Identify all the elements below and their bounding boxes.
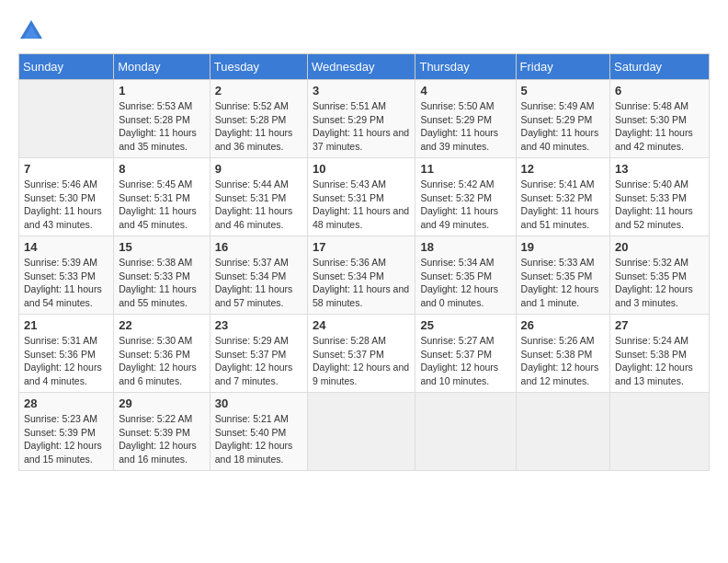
week-row-2: 7 Sunrise: 5:46 AMSunset: 5:30 PMDayligh… <box>19 158 710 236</box>
header-tuesday: Tuesday <box>210 54 307 80</box>
day-number: 20 <box>615 240 704 254</box>
day-number: 17 <box>313 240 410 254</box>
calendar-cell: 28 Sunrise: 5:23 AMSunset: 5:39 PMDaylig… <box>19 393 114 471</box>
day-number: 11 <box>420 162 510 176</box>
day-info: Sunrise: 5:43 AMSunset: 5:31 PMDaylight:… <box>313 178 410 232</box>
calendar-cell: 21 Sunrise: 5:31 AMSunset: 5:36 PMDaylig… <box>19 315 114 393</box>
day-number: 18 <box>420 240 510 254</box>
header-wednesday: Wednesday <box>308 54 415 80</box>
day-number: 19 <box>521 240 606 254</box>
day-info: Sunrise: 5:23 AMSunset: 5:39 PMDaylight:… <box>24 412 108 466</box>
day-info: Sunrise: 5:46 AMSunset: 5:30 PMDaylight:… <box>24 178 108 232</box>
header-friday: Friday <box>516 54 610 80</box>
day-info: Sunrise: 5:29 AMSunset: 5:37 PMDaylight:… <box>215 334 302 388</box>
calendar-cell: 13 Sunrise: 5:40 AMSunset: 5:33 PMDaylig… <box>610 158 710 236</box>
calendar-cell: 17 Sunrise: 5:36 AMSunset: 5:34 PMDaylig… <box>308 236 415 315</box>
day-number: 1 <box>119 84 204 98</box>
calendar-cell: 25 Sunrise: 5:27 AMSunset: 5:37 PMDaylig… <box>415 315 516 393</box>
day-info: Sunrise: 5:36 AMSunset: 5:34 PMDaylight:… <box>313 256 410 310</box>
day-info: Sunrise: 5:26 AMSunset: 5:38 PMDaylight:… <box>521 334 606 388</box>
day-number: 15 <box>119 240 204 254</box>
calendar-cell: 1 Sunrise: 5:53 AMSunset: 5:28 PMDayligh… <box>114 80 210 158</box>
calendar-cell <box>308 393 415 471</box>
day-info: Sunrise: 5:27 AMSunset: 5:37 PMDaylight:… <box>420 334 510 388</box>
day-number: 26 <box>521 318 606 332</box>
day-info: Sunrise: 5:39 AMSunset: 5:33 PMDaylight:… <box>24 256 108 310</box>
day-info: Sunrise: 5:42 AMSunset: 5:32 PMDaylight:… <box>420 178 510 232</box>
calendar-cell: 8 Sunrise: 5:45 AMSunset: 5:31 PMDayligh… <box>114 158 210 236</box>
day-info: Sunrise: 5:22 AMSunset: 5:39 PMDaylight:… <box>119 412 204 466</box>
calendar-cell: 5 Sunrise: 5:49 AMSunset: 5:29 PMDayligh… <box>516 80 610 158</box>
day-number: 12 <box>521 162 606 176</box>
day-number: 23 <box>215 318 302 332</box>
day-number: 24 <box>313 318 410 332</box>
header-saturday: Saturday <box>610 54 710 80</box>
day-number: 7 <box>24 162 108 176</box>
calendar-cell: 14 Sunrise: 5:39 AMSunset: 5:33 PMDaylig… <box>19 236 114 315</box>
day-info: Sunrise: 5:30 AMSunset: 5:36 PMDaylight:… <box>119 334 204 388</box>
header-thursday: Thursday <box>415 54 516 80</box>
day-info: Sunrise: 5:41 AMSunset: 5:32 PMDaylight:… <box>521 178 606 232</box>
header-sunday: Sunday <box>19 54 114 80</box>
week-row-3: 14 Sunrise: 5:39 AMSunset: 5:33 PMDaylig… <box>19 236 710 315</box>
calendar-cell: 29 Sunrise: 5:22 AMSunset: 5:39 PMDaylig… <box>114 393 210 471</box>
logo <box>18 18 48 44</box>
day-info: Sunrise: 5:24 AMSunset: 5:38 PMDaylight:… <box>615 334 704 388</box>
calendar-cell: 7 Sunrise: 5:46 AMSunset: 5:30 PMDayligh… <box>19 158 114 236</box>
day-number: 27 <box>615 318 704 332</box>
day-number: 5 <box>521 84 606 98</box>
day-info: Sunrise: 5:49 AMSunset: 5:29 PMDaylight:… <box>521 99 606 154</box>
day-number: 8 <box>119 162 204 176</box>
day-number: 25 <box>420 318 510 332</box>
calendar-cell <box>516 393 610 471</box>
day-info: Sunrise: 5:52 AMSunset: 5:28 PMDaylight:… <box>215 99 302 154</box>
day-number: 29 <box>119 396 204 410</box>
week-row-5: 28 Sunrise: 5:23 AMSunset: 5:39 PMDaylig… <box>19 393 710 471</box>
calendar-cell: 22 Sunrise: 5:30 AMSunset: 5:36 PMDaylig… <box>114 315 210 393</box>
day-number: 3 <box>313 84 410 98</box>
logo-icon <box>18 18 44 44</box>
day-number: 10 <box>313 162 410 176</box>
day-info: Sunrise: 5:33 AMSunset: 5:35 PMDaylight:… <box>521 256 606 310</box>
day-info: Sunrise: 5:38 AMSunset: 5:33 PMDaylight:… <box>119 256 204 310</box>
calendar-cell <box>415 393 516 471</box>
calendar-table: SundayMondayTuesdayWednesdayThursdayFrid… <box>18 53 710 471</box>
day-info: Sunrise: 5:32 AMSunset: 5:35 PMDaylight:… <box>615 256 704 310</box>
calendar-cell: 24 Sunrise: 5:28 AMSunset: 5:37 PMDaylig… <box>308 315 415 393</box>
calendar-cell: 6 Sunrise: 5:48 AMSunset: 5:30 PMDayligh… <box>610 80 710 158</box>
day-number: 28 <box>24 396 108 410</box>
day-info: Sunrise: 5:48 AMSunset: 5:30 PMDaylight:… <box>615 99 704 154</box>
day-info: Sunrise: 5:31 AMSunset: 5:36 PMDaylight:… <box>24 334 108 388</box>
day-number: 4 <box>420 84 510 98</box>
calendar-cell: 16 Sunrise: 5:37 AMSunset: 5:34 PMDaylig… <box>210 236 307 315</box>
day-info: Sunrise: 5:50 AMSunset: 5:29 PMDaylight:… <box>420 99 510 154</box>
calendar-cell: 18 Sunrise: 5:34 AMSunset: 5:35 PMDaylig… <box>415 236 516 315</box>
day-number: 6 <box>615 84 704 98</box>
day-info: Sunrise: 5:53 AMSunset: 5:28 PMDaylight:… <box>119 99 204 154</box>
week-row-1: 1 Sunrise: 5:53 AMSunset: 5:28 PMDayligh… <box>19 80 710 158</box>
page-header <box>18 18 710 44</box>
day-info: Sunrise: 5:34 AMSunset: 5:35 PMDaylight:… <box>420 256 510 310</box>
day-number: 21 <box>24 318 108 332</box>
day-number: 22 <box>119 318 204 332</box>
calendar-header-row: SundayMondayTuesdayWednesdayThursdayFrid… <box>19 54 710 80</box>
calendar-cell: 11 Sunrise: 5:42 AMSunset: 5:32 PMDaylig… <box>415 158 516 236</box>
day-info: Sunrise: 5:51 AMSunset: 5:29 PMDaylight:… <box>313 99 410 154</box>
day-info: Sunrise: 5:37 AMSunset: 5:34 PMDaylight:… <box>215 256 302 310</box>
calendar-cell: 9 Sunrise: 5:44 AMSunset: 5:31 PMDayligh… <box>210 158 307 236</box>
calendar-cell: 23 Sunrise: 5:29 AMSunset: 5:37 PMDaylig… <box>210 315 307 393</box>
day-number: 14 <box>24 240 108 254</box>
day-info: Sunrise: 5:40 AMSunset: 5:33 PMDaylight:… <box>615 178 704 232</box>
calendar-cell: 2 Sunrise: 5:52 AMSunset: 5:28 PMDayligh… <box>210 80 307 158</box>
calendar-cell: 30 Sunrise: 5:21 AMSunset: 5:40 PMDaylig… <box>210 393 307 471</box>
day-number: 30 <box>215 396 302 410</box>
day-info: Sunrise: 5:45 AMSunset: 5:31 PMDaylight:… <box>119 178 204 232</box>
calendar-cell: 4 Sunrise: 5:50 AMSunset: 5:29 PMDayligh… <box>415 80 516 158</box>
day-number: 9 <box>215 162 302 176</box>
day-number: 13 <box>615 162 704 176</box>
day-info: Sunrise: 5:44 AMSunset: 5:31 PMDaylight:… <box>215 178 302 232</box>
calendar-cell <box>19 80 114 158</box>
calendar-cell: 15 Sunrise: 5:38 AMSunset: 5:33 PMDaylig… <box>114 236 210 315</box>
header-monday: Monday <box>114 54 210 80</box>
calendar-cell: 10 Sunrise: 5:43 AMSunset: 5:31 PMDaylig… <box>308 158 415 236</box>
